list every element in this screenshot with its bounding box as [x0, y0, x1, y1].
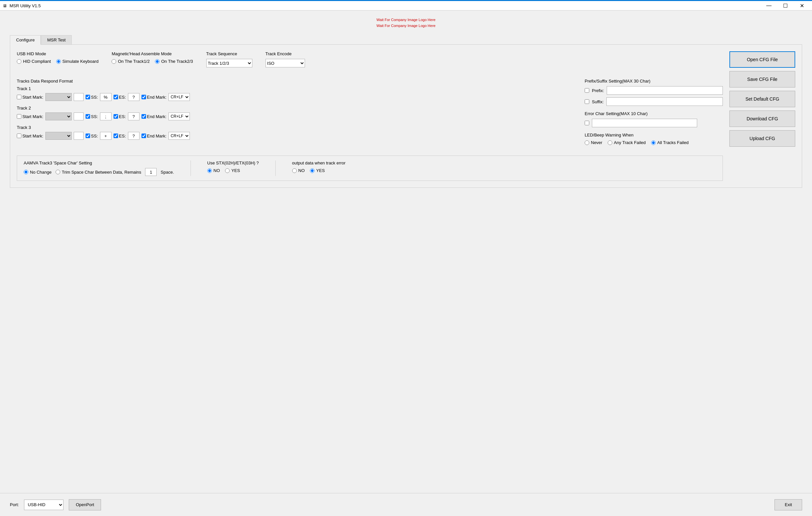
track2-endmark-checkbox[interactable] [142, 114, 146, 119]
track1-es-input[interactable] [128, 93, 140, 101]
track3-es-checkbox[interactable] [114, 133, 118, 138]
track3-es-input[interactable] [128, 132, 140, 140]
track3-startmark-checkbox[interactable] [17, 133, 21, 138]
track1-endmark-check[interactable]: End Mark: [142, 95, 167, 100]
track2-ss-input[interactable] [100, 113, 112, 120]
track2-ss-check[interactable]: SS: [86, 114, 98, 119]
prefix-suffix-label: Prefix/Suffix Setting(MAX 30 Char) [585, 79, 723, 84]
stx-no-radio[interactable] [207, 169, 212, 173]
output-yes-radio[interactable] [310, 169, 315, 173]
title-bar-controls: — ☐ ✕ [761, 0, 809, 11]
track1-es-check[interactable]: ES: [114, 95, 126, 100]
usb-hid-section: USB HID Mode HID Compliant Simulate Keyb… [17, 51, 98, 64]
led-never-option[interactable]: Never [585, 140, 602, 145]
track1-ss-input[interactable] [100, 93, 112, 101]
minimize-button[interactable]: — [761, 0, 777, 11]
aamva-trim-radio[interactable] [56, 170, 60, 174]
track3-endmark-check[interactable]: End Mark: [142, 133, 167, 139]
track12-radio[interactable] [112, 59, 116, 64]
usb-hid-label: USB HID Mode [17, 51, 98, 56]
port-select[interactable]: USB-HID COM1 COM2 COM3 [24, 499, 63, 510]
track1-endmark-checkbox[interactable] [142, 95, 146, 99]
download-cfg-button[interactable]: Download CFG [729, 111, 795, 127]
track3-startmark-select[interactable] [46, 132, 72, 140]
suffix-row: Suffix: [585, 97, 723, 106]
track3-endmark-checkbox[interactable] [142, 133, 146, 138]
track1-es-checkbox[interactable] [114, 95, 118, 99]
track3-endmark-select[interactable]: CR+LFCRLFNone [169, 132, 190, 140]
simulate-keyboard-radio[interactable] [56, 59, 61, 64]
track-sequence-select[interactable]: Track 1/2/3 Track 1/3/2 Track 2/1/3 [206, 59, 252, 67]
aamva-label: AAMVA Track3 'Space Char' Setting [24, 160, 174, 165]
track2-startmark-checkbox[interactable] [17, 114, 21, 119]
track2-es-input[interactable] [128, 113, 140, 120]
led-any-track-failed-option[interactable]: Any Track Failed [608, 140, 646, 145]
stx-no-option[interactable]: NO [207, 168, 220, 173]
hid-compliant-option[interactable]: HID Compliant [17, 59, 51, 64]
aamva-remains-input[interactable] [145, 168, 156, 176]
track2-es-check[interactable]: ES: [114, 114, 126, 119]
stx-yes-label: YES [231, 168, 240, 173]
led-all-tracks-failed-option[interactable]: All Tracks Failed [651, 140, 689, 145]
track23-radio[interactable] [155, 59, 160, 64]
track23-option[interactable]: On The Track2/3 [155, 59, 193, 64]
track2-title: Track 2 [17, 105, 578, 111]
close-button[interactable]: ✕ [794, 0, 809, 11]
aamva-trim-option[interactable]: Trim Space Char Between Data, Remains [56, 170, 142, 175]
track2-endmark-check[interactable]: End Mark: [142, 114, 167, 119]
track-encode-select[interactable]: ISO AAMVA Custom [265, 59, 305, 67]
upload-cfg-button[interactable]: Upload CFG [729, 130, 795, 147]
set-default-button[interactable]: Set Default CFG [729, 91, 795, 107]
track3-ss-check[interactable]: SS: [86, 133, 98, 139]
track1-startmark-check[interactable]: Start Mark: [17, 95, 44, 100]
stx-yes-radio[interactable] [225, 169, 230, 173]
output-yes-option[interactable]: YES [310, 168, 325, 173]
prefix-checkbox[interactable] [585, 88, 589, 93]
track-encode-label: Track Encode [265, 51, 305, 56]
track1-ss-check[interactable]: SS: [86, 95, 98, 100]
suffix-input[interactable] [606, 97, 723, 106]
track3-startmark-check[interactable]: Start Mark: [17, 133, 44, 139]
output-no-option[interactable]: NO [292, 168, 305, 173]
open-port-button[interactable]: OpenPort [69, 499, 101, 510]
title-bar: 🖥 MSR Utility V1.5 — ☐ ✕ [0, 0, 812, 10]
track1-startmark-checkbox[interactable] [17, 95, 21, 99]
track2-ss-checkbox[interactable] [86, 114, 90, 119]
track1-startmark-label: Start Mark: [22, 95, 44, 100]
open-cfg-button[interactable]: Open CFG File [729, 51, 795, 68]
output-no-radio[interactable] [292, 169, 297, 173]
prefix-input[interactable] [607, 86, 723, 95]
simulate-keyboard-option[interactable]: Simulate Keyboard [56, 59, 99, 64]
track1-startmark-text[interactable] [74, 93, 84, 101]
track1-startmark-select[interactable] [46, 93, 72, 101]
track3-startmark-label: Start Mark: [22, 133, 44, 139]
track3-startmark-text[interactable] [74, 132, 84, 140]
track1-ss-checkbox[interactable] [86, 95, 90, 99]
track2-startmark-select[interactable] [46, 113, 72, 120]
led-never-radio[interactable] [585, 141, 589, 145]
maximize-button[interactable]: ☐ [778, 0, 793, 11]
aamva-no-change-radio[interactable] [24, 170, 28, 174]
error-char-input[interactable] [592, 119, 697, 127]
hid-compliant-radio[interactable] [17, 59, 21, 64]
exit-button[interactable]: Exit [775, 499, 802, 510]
track2-startmark-text[interactable] [74, 113, 84, 120]
track-encode-section: Track Encode ISO AAMVA Custom [265, 51, 305, 67]
track2-startmark-check[interactable]: Start Mark: [17, 114, 44, 119]
track2-endmark-select[interactable]: CR+LFCRLFNone [169, 113, 190, 120]
track2-es-checkbox[interactable] [114, 114, 118, 119]
led-any-track-radio[interactable] [608, 141, 612, 145]
tab-configure[interactable]: Configure [10, 35, 41, 45]
track12-option[interactable]: On The Track1/2 [112, 59, 150, 64]
stx-yes-option[interactable]: YES [225, 168, 240, 173]
suffix-checkbox[interactable] [585, 99, 589, 104]
led-all-tracks-radio[interactable] [651, 141, 656, 145]
aamva-no-change-option[interactable]: No Change [24, 170, 52, 175]
save-cfg-button[interactable]: Save CFG File [729, 71, 795, 88]
track3-ss-input[interactable] [100, 132, 112, 140]
track3-es-check[interactable]: ES: [114, 133, 126, 139]
track3-ss-checkbox[interactable] [86, 133, 90, 138]
track1-endmark-select[interactable]: CR+LFCRLFNone [169, 93, 190, 101]
tab-msr-test[interactable]: MSR Test [41, 35, 72, 44]
error-char-checkbox[interactable] [585, 121, 589, 125]
